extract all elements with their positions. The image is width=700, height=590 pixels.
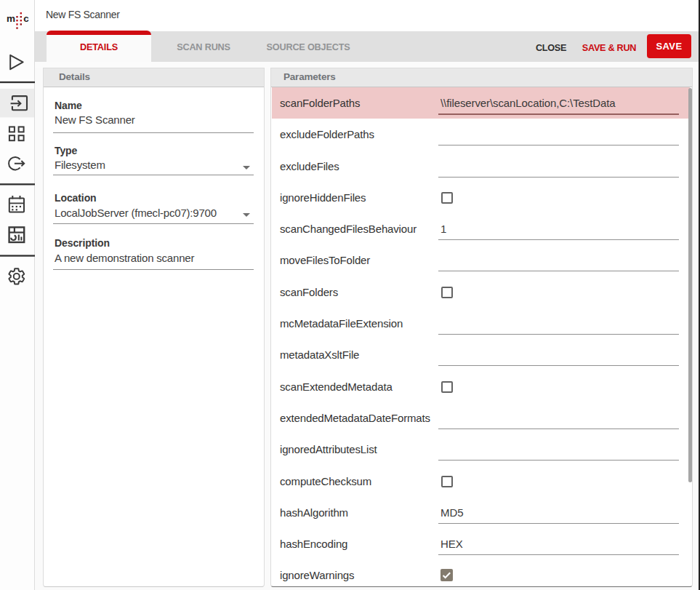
svg-text:c: c: [23, 13, 29, 24]
svg-text:m: m: [7, 13, 15, 24]
